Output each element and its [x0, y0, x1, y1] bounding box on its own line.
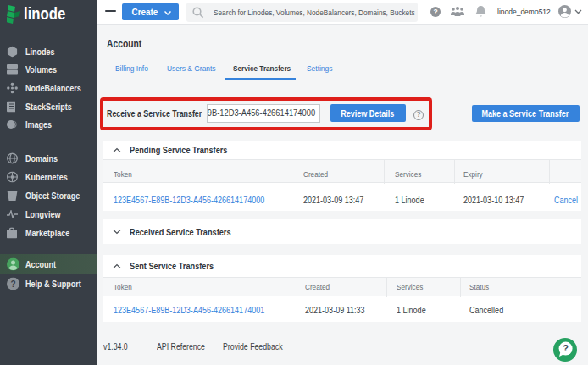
svg-text:?: ?: [10, 279, 15, 289]
svg-text:?: ?: [433, 8, 437, 16]
svg-text:?: ?: [563, 343, 569, 353]
